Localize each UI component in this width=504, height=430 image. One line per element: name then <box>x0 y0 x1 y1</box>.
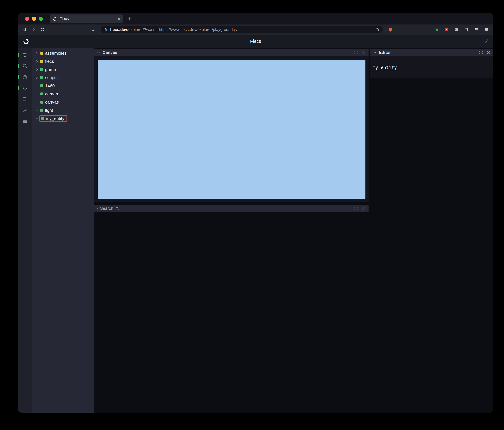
flecs-favicon <box>52 17 57 21</box>
selection-highlight-box: my_entity <box>39 115 67 122</box>
entity-color-square <box>40 52 43 55</box>
back-button[interactable] <box>22 27 27 32</box>
chevron-right-icon[interactable] <box>35 68 39 71</box>
wallet-icon[interactable] <box>474 27 479 32</box>
lock-icon <box>104 28 108 31</box>
chevron-right-icon[interactable] <box>35 52 39 55</box>
search-input[interactable]: Search <box>100 206 113 211</box>
editor-panel-body[interactable]: my_entity <box>370 56 493 78</box>
window-controls <box>25 17 43 21</box>
editor-panel-header[interactable]: Editor <box>370 49 493 56</box>
extensions-puzzle-icon[interactable] <box>454 27 459 32</box>
sidebar-toggle-icon[interactable] <box>464 27 469 32</box>
toolbar-divider <box>385 27 386 32</box>
app-title: Flecs <box>18 39 493 44</box>
tree-panel-button[interactable] <box>18 49 32 61</box>
tree-item-label: canvas <box>45 100 59 105</box>
stats-chart-button[interactable] <box>18 105 32 116</box>
leaf-dash <box>35 102 39 102</box>
zoom-window-button[interactable] <box>39 17 43 21</box>
browser-tab[interactable]: Flecs × <box>50 14 123 23</box>
tab-close-button[interactable]: × <box>117 16 120 21</box>
tree-item-canvas[interactable]: canvas <box>32 98 94 106</box>
inspect-button[interactable] <box>18 94 32 105</box>
column-gap <box>369 48 370 412</box>
leaf-dash <box>35 94 39 94</box>
tab-title: Flecs <box>59 17 115 21</box>
menu-icon[interactable] <box>484 27 489 32</box>
tree-item-label: assemblies <box>45 51 67 56</box>
tree-item-flecs[interactable]: flecs <box>32 57 94 65</box>
chevron-down-icon[interactable] <box>97 51 100 54</box>
leaf-dash <box>35 110 39 110</box>
entities-cube-button[interactable] <box>18 72 32 83</box>
app-header: Flecs <box>18 35 493 48</box>
leaf-dash <box>35 118 39 119</box>
url-path: /explorer/?wasm=https://www.flecs.dev/ex… <box>127 27 237 32</box>
url-domain: flecs.dev <box>110 27 127 32</box>
entity-color-square <box>40 60 43 63</box>
canvas-panel-body <box>94 56 369 202</box>
entity-color-square <box>40 92 43 95</box>
chevron-down-icon[interactable] <box>373 51 377 54</box>
forward-button[interactable] <box>31 27 36 32</box>
main-column: Canvas S <box>94 48 369 412</box>
entity-color-square <box>40 84 43 87</box>
expand-icon[interactable] <box>479 51 483 55</box>
editor-column: Editor my_entity <box>370 48 493 412</box>
bookmark-icon[interactable] <box>91 27 95 32</box>
brave-shield-icon[interactable] <box>388 27 393 32</box>
new-tab-button[interactable]: + <box>128 15 132 22</box>
navigation-bar: flecs.dev/explorer/?wasm=https://www.fle… <box>18 25 493 35</box>
tree-item-1460[interactable]: 1460 <box>32 82 94 90</box>
url-text: flecs.dev/explorer/?wasm=https://www.fle… <box>110 27 237 32</box>
tree-item-assemblies[interactable]: assemblies <box>32 49 94 57</box>
icon-rail <box>18 48 32 412</box>
close-icon[interactable] <box>362 51 366 54</box>
reload-button[interactable] <box>40 27 45 32</box>
webgl-canvas[interactable] <box>98 60 365 199</box>
close-icon[interactable] <box>486 51 490 54</box>
tree-item-light[interactable]: light <box>32 106 94 114</box>
tree-item-game[interactable]: game <box>32 65 94 73</box>
share-icon[interactable] <box>375 27 379 32</box>
leaf-dash <box>35 86 39 86</box>
entity-color-square <box>40 68 43 71</box>
tree-item-label: light <box>45 108 53 113</box>
memory-rows-button[interactable] <box>18 116 32 127</box>
chevron-right-icon[interactable] <box>35 60 39 63</box>
flecs-logo <box>23 38 29 45</box>
tree-item-label: game <box>45 67 56 72</box>
minimize-window-button[interactable] <box>32 17 36 21</box>
v-extension-icon[interactable]: V <box>435 27 439 32</box>
tree-item-scripts[interactable]: scripts <box>32 73 94 82</box>
flecs-explorer-app: Flecs <box>18 35 493 412</box>
tab-bar: Flecs × + <box>18 13 493 25</box>
editor-content: my_entity <box>373 65 397 70</box>
tree-item-label: scripts <box>45 75 58 80</box>
tree-item-label: camera <box>45 92 59 97</box>
red-extension-icon[interactable] <box>444 27 449 32</box>
close-window-button[interactable] <box>25 17 29 21</box>
extension-toolbar: V <box>435 27 489 32</box>
expand-icon[interactable] <box>354 206 358 211</box>
canvas-panel-header[interactable]: Canvas <box>94 49 369 56</box>
bullet-icon <box>97 208 98 209</box>
query-search-button[interactable] <box>18 61 32 72</box>
tree-item-camera[interactable]: camera <box>32 90 94 98</box>
panel-title: Editor <box>379 50 391 55</box>
entity-color-square <box>41 117 44 120</box>
tree-item-my-entity[interactable]: my_entity <box>32 114 94 123</box>
panel-title: Canvas <box>102 50 117 55</box>
entity-color-square <box>40 76 43 79</box>
share-link-icon[interactable] <box>484 39 489 44</box>
expand-icon[interactable] <box>354 51 358 55</box>
close-icon[interactable] <box>362 206 366 210</box>
url-bar[interactable]: flecs.dev/explorer/?wasm=https://www.fle… <box>100 26 383 33</box>
entity-tree: assemblies flecs game scripts <box>32 48 94 412</box>
chevron-right-icon[interactable] <box>35 76 39 80</box>
tree-item-label: my_entity <box>46 116 64 121</box>
entity-color-square <box>40 101 43 104</box>
code-panel-button[interactable] <box>18 83 32 94</box>
search-panel-header[interactable]: Search <box>94 205 369 212</box>
